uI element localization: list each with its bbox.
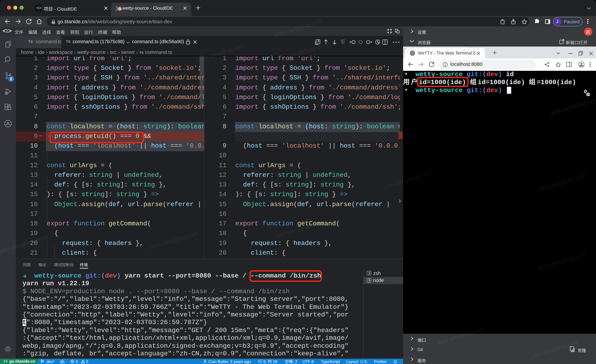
svg-text:JS: JS [118,8,121,10]
